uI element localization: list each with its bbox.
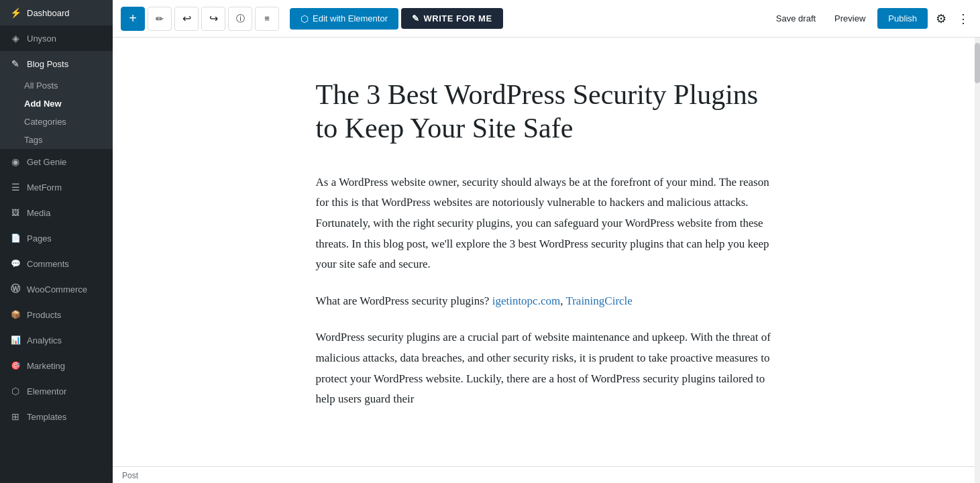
scrollbar-track[interactable]	[975, 38, 980, 483]
edit-with-elementor-button[interactable]: ⬡ Edit with Elementor	[290, 8, 398, 30]
paragraph-2[interactable]: What are WordPress security plugins? ige…	[316, 291, 785, 312]
sidebar-item-label: MetForm	[27, 182, 62, 193]
write-icon: ✎	[412, 13, 420, 23]
submenu-categories[interactable]: Categories	[0, 113, 113, 131]
submenu-add-new[interactable]: Add New	[0, 95, 113, 113]
sidebar-item-label: Templates	[27, 412, 66, 422]
sidebar-item-products[interactable]: 📦 Products	[0, 302, 113, 327]
products-icon: 📦	[9, 309, 21, 321]
media-icon: 🖼	[9, 207, 21, 219]
igetintopc-link[interactable]: igetintopc.com	[492, 294, 561, 307]
sidebar-item-templates[interactable]: ⊞ Templates	[0, 404, 113, 429]
info-button[interactable]: ⓘ	[228, 7, 252, 31]
write-for-me-button[interactable]: ✎ WRITE FOR ME	[401, 8, 503, 29]
redo-icon: ↪	[209, 12, 218, 25]
undo-icon: ↩	[182, 12, 191, 25]
sidebar-item-label: Blog Posts	[27, 59, 68, 69]
templates-icon: ⊞	[9, 411, 21, 423]
info-icon: ⓘ	[236, 13, 245, 25]
trainingcircle-link[interactable]: TrainingCircle	[565, 294, 632, 307]
submenu-all-posts[interactable]: All Posts	[0, 76, 113, 95]
paragraph-1[interactable]: As a WordPress website owner, security s…	[316, 172, 785, 275]
list-view-icon: ≡	[264, 13, 270, 23]
blog-posts-icon: ✎	[9, 58, 21, 70]
pages-icon: 📄	[9, 232, 21, 244]
sidebar-item-blog-posts[interactable]: ✎ Blog Posts	[0, 51, 113, 76]
comments-icon: 💬	[9, 258, 21, 270]
redo-button[interactable]: ↪	[201, 7, 225, 31]
sidebar-item-label: Dashboard	[27, 8, 70, 18]
sidebar-item-label: Comments	[27, 259, 69, 269]
sidebar-item-label: WooCommerce	[27, 284, 87, 294]
settings-button[interactable]: ⚙	[933, 9, 949, 29]
sidebar-item-get-genie[interactable]: ◉ Get Genie	[0, 149, 113, 174]
sidebar-item-label: Marketing	[27, 361, 65, 371]
toolbar: + ✏ ↩ ↪ ⓘ ≡ ⬡ Edit with Elementor ✎ WRIT…	[113, 0, 980, 38]
sidebar-item-unyson[interactable]: ◈ Unyson	[0, 25, 113, 51]
sidebar-item-comments[interactable]: 💬 Comments	[0, 251, 113, 276]
edit-pencil-button[interactable]: ✏	[148, 7, 172, 31]
sidebar-item-label: Unyson	[27, 34, 56, 44]
sidebar-item-marketing[interactable]: 🎯 Marketing	[0, 353, 113, 378]
marketing-icon: 🎯	[9, 360, 21, 372]
elementor-icon: ⬡	[9, 385, 21, 397]
bottom-bar: Post	[113, 466, 975, 483]
more-vertical-icon: ⋮	[957, 12, 969, 25]
sidebar-item-elementor[interactable]: ⬡ Elementor	[0, 378, 113, 404]
paragraph-3[interactable]: WordPress security plugins are a crucial…	[316, 327, 785, 409]
sidebar-item-label: Analytics	[27, 335, 62, 345]
gear-icon: ⚙	[936, 12, 946, 25]
get-genie-icon: ◉	[9, 156, 21, 168]
sidebar-item-metform[interactable]: ☰ MetForm	[0, 174, 113, 200]
pencil-icon: ✏	[156, 13, 164, 24]
submenu-tags[interactable]: Tags	[0, 131, 113, 149]
analytics-icon: 📊	[9, 334, 21, 346]
edit-elementor-label: Edit with Elementor	[313, 13, 388, 23]
scrollbar-thumb[interactable]	[975, 43, 980, 83]
publish-button[interactable]: Publish	[877, 8, 928, 29]
sidebar-item-pages[interactable]: 📄 Pages	[0, 225, 113, 251]
post-body: As a WordPress website owner, security s…	[316, 172, 785, 410]
post-title[interactable]: The 3 Best WordPress Security Plugins to…	[316, 78, 785, 146]
unyson-icon: ◈	[9, 32, 21, 44]
sidebar-item-woocommerce[interactable]: Ⓦ WooCommerce	[0, 276, 113, 302]
save-draft-button[interactable]: Save draft	[769, 9, 822, 28]
sidebar-item-label: Pages	[27, 233, 52, 244]
add-block-button[interactable]: +	[121, 7, 145, 31]
blog-posts-submenu: All Posts Add New Categories Tags	[0, 76, 113, 149]
dashboard-icon: ⚡	[9, 7, 21, 19]
sidebar-item-dashboard[interactable]: ⚡ Dashboard	[0, 0, 113, 25]
sidebar-item-label: Products	[27, 310, 61, 320]
sidebar-item-label: Media	[27, 208, 50, 218]
woocommerce-icon: Ⓦ	[9, 283, 21, 295]
elementor-logo-icon: ⬡	[301, 13, 309, 24]
metform-icon: ☰	[9, 181, 21, 193]
sidebar-item-label: Get Genie	[27, 157, 66, 167]
editor-content: The 3 Best WordPress Security Plugins to…	[276, 38, 812, 466]
editor-area[interactable]: The 3 Best WordPress Security Plugins to…	[113, 38, 975, 483]
undo-button[interactable]: ↩	[174, 7, 199, 31]
preview-button[interactable]: Preview	[828, 9, 872, 28]
sidebar-item-media[interactable]: 🖼 Media	[0, 200, 113, 225]
sidebar-item-analytics[interactable]: 📊 Analytics	[0, 327, 113, 353]
bottom-bar-label: Post	[122, 471, 138, 480]
header-right: Save draft Preview Publish ⚙ ⋮	[769, 8, 972, 29]
sidebar-item-label: Elementor	[27, 386, 66, 396]
write-for-me-label: WRITE FOR ME	[424, 13, 492, 23]
main-area: + ✏ ↩ ↪ ⓘ ≡ ⬡ Edit with Elementor ✎ WRIT…	[113, 0, 980, 483]
list-view-button[interactable]: ≡	[255, 7, 279, 31]
sidebar: ⚡ Dashboard ◈ Unyson ✎ Blog Posts All Po…	[0, 0, 113, 483]
more-options-button[interactable]: ⋮	[955, 9, 972, 29]
